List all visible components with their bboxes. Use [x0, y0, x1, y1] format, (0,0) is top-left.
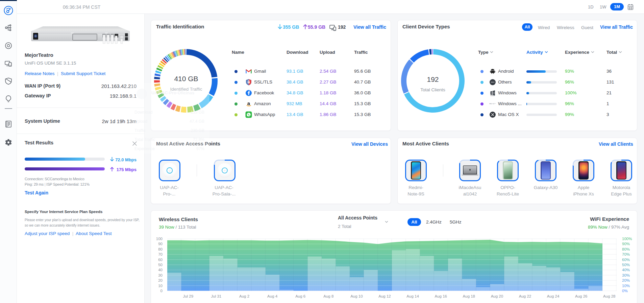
- svg-text:Aug 4: Aug 4: [267, 294, 278, 298]
- svg-text:Aug 28: Aug 28: [603, 294, 615, 298]
- svg-text:Jul 31: Jul 31: [211, 294, 222, 298]
- svg-text:Aug 22: Aug 22: [519, 294, 531, 298]
- svg-text:Aug 24: Aug 24: [547, 294, 560, 298]
- svg-text:Windows: Windows: [491, 95, 495, 96]
- svg-text:Aug 2: Aug 2: [239, 294, 249, 298]
- svg-text:70: 70: [158, 252, 163, 256]
- svg-text:U: U: [224, 169, 225, 171]
- svg-text:Aug 18: Aug 18: [463, 294, 475, 298]
- svg-text:100%: 100%: [622, 237, 632, 241]
- svg-text:Jul 29: Jul 29: [183, 294, 193, 298]
- svg-text:30: 30: [158, 273, 163, 277]
- svg-text:U: U: [169, 170, 170, 172]
- svg-text:Aug 8: Aug 8: [323, 294, 333, 298]
- svg-text:Aug 10: Aug 10: [350, 294, 363, 298]
- svg-text:0%: 0%: [622, 289, 628, 293]
- svg-text:80%: 80%: [622, 247, 630, 251]
- svg-text:90%: 90%: [622, 242, 630, 246]
- svg-text:40: 40: [158, 268, 163, 272]
- svg-text:0: 0: [160, 289, 163, 293]
- svg-text:40%: 40%: [622, 268, 630, 272]
- svg-text:Aug 12: Aug 12: [378, 294, 391, 298]
- svg-text:60%: 60%: [622, 258, 630, 262]
- svg-text:20%: 20%: [622, 278, 630, 282]
- svg-text:Aug 16: Aug 16: [435, 294, 447, 298]
- svg-text:Aug 20: Aug 20: [491, 294, 503, 298]
- svg-text:90: 90: [158, 242, 163, 246]
- svg-text:Aug 14: Aug 14: [406, 294, 419, 298]
- svg-text:10%: 10%: [622, 284, 630, 288]
- svg-text:Aug 6: Aug 6: [295, 294, 305, 298]
- svg-text:80: 80: [158, 247, 163, 251]
- svg-text:30%: 30%: [622, 273, 630, 277]
- svg-text:20: 20: [158, 278, 163, 282]
- svg-text:50%: 50%: [622, 263, 630, 267]
- svg-text:100: 100: [156, 237, 163, 241]
- svg-text:60: 60: [158, 258, 163, 262]
- svg-text:Aug 26: Aug 26: [575, 294, 587, 298]
- svg-text:70%: 70%: [622, 252, 630, 256]
- svg-text:10: 10: [158, 284, 163, 288]
- svg-text:a: a: [247, 100, 250, 106]
- svg-text:50: 50: [158, 263, 163, 267]
